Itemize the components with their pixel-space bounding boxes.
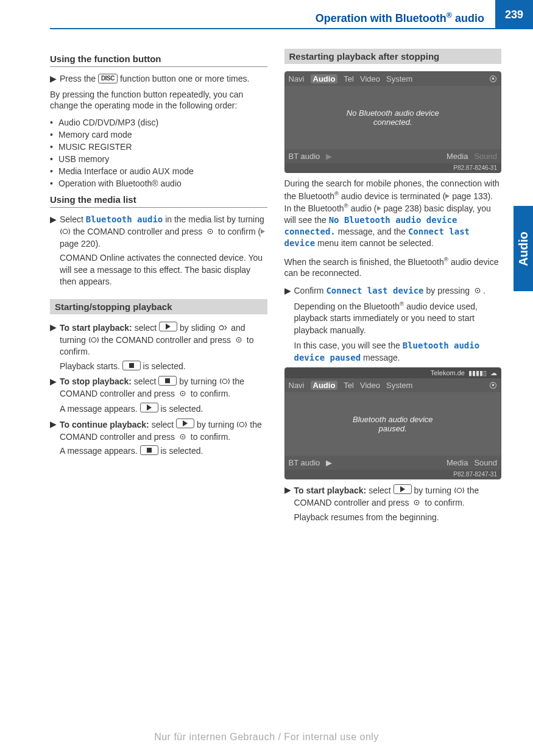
figure-id: P82.87-8246-31 bbox=[285, 163, 501, 172]
svg-point-3 bbox=[219, 326, 224, 330]
menu-connect-last: Connect last device bbox=[326, 286, 423, 295]
para-search-finished: When the search is finished, the Bluetoo… bbox=[284, 255, 502, 279]
slide-controller-icon bbox=[217, 324, 228, 331]
footer-watermark: Nur für internen Gebrauch / For internal… bbox=[0, 732, 533, 743]
page-number: 239 bbox=[495, 0, 533, 29]
page-ref-icon bbox=[377, 206, 381, 211]
figure-bt-paused: Telekom.de▮▮▮▮▯☁ Navi Audio Tel Video Sy… bbox=[284, 367, 502, 479]
play-icon bbox=[159, 322, 177, 331]
page-header: Operation with Bluetooth® audio 239 bbox=[0, 0, 533, 29]
section-restarting: Restarting playback after stopping bbox=[284, 49, 502, 64]
svg-point-15 bbox=[457, 489, 462, 493]
play-icon bbox=[176, 419, 194, 428]
section-start-stop: Starting/stopping playback bbox=[50, 299, 267, 314]
step-stop-playback: ▶ To stop playback: select by turning th… bbox=[50, 376, 267, 415]
svg-point-2 bbox=[210, 231, 211, 232]
header-title: Operation with Bluetooth® audio bbox=[316, 11, 484, 25]
svg-point-10 bbox=[240, 422, 245, 427]
press-controller-icon bbox=[177, 433, 188, 440]
turn-controller-icon bbox=[454, 487, 465, 494]
svg-point-7 bbox=[222, 380, 227, 384]
svg-point-4 bbox=[91, 337, 96, 342]
turn-controller-icon bbox=[219, 378, 230, 385]
page-ref-icon bbox=[445, 194, 450, 199]
subhead-function-button: Using the function button bbox=[50, 54, 267, 64]
step-start-playback: ▶ To start playback: select by sliding a… bbox=[50, 322, 267, 372]
press-controller-icon bbox=[411, 499, 422, 506]
play-icon bbox=[394, 484, 412, 494]
play-icon bbox=[140, 403, 158, 412]
mode-list: •Audio CD/DVD/MP3 (disc) •Memory card mo… bbox=[50, 118, 267, 188]
svg-point-12 bbox=[182, 436, 183, 437]
svg-point-6 bbox=[238, 339, 239, 340]
phone-icon: ☁ bbox=[490, 369, 497, 377]
side-tab-audio: Audio bbox=[514, 206, 533, 291]
stop-icon bbox=[158, 376, 177, 386]
step-start-playback-2: ▶ To start playback: select by turning t… bbox=[284, 484, 502, 523]
para-modes-intro: By pressing the function button repeated… bbox=[50, 89, 267, 112]
right-column: Restarting playback after stopping Navi … bbox=[284, 49, 502, 527]
press-controller-icon bbox=[205, 228, 216, 235]
page-ref-icon bbox=[261, 229, 265, 234]
subhead-media-list: Using the media list bbox=[50, 194, 267, 205]
press-controller-icon bbox=[177, 390, 188, 397]
svg-point-17 bbox=[416, 502, 417, 503]
turn-controller-icon bbox=[88, 336, 99, 344]
press-controller-icon bbox=[472, 287, 483, 294]
svg-point-14 bbox=[477, 290, 478, 291]
svg-point-0 bbox=[63, 229, 68, 234]
turn-controller-icon bbox=[236, 421, 247, 428]
menu-bluetooth-audio: Bluetooth audio bbox=[86, 214, 163, 224]
disc-button-icon: DISC bbox=[98, 74, 118, 83]
para-during-search: During the search for mobile phones, the… bbox=[284, 178, 502, 249]
step-confirm-connect-last: ▶ Confirm Connect last device by pressin… bbox=[284, 285, 502, 364]
left-column: Using the function button ▶ Press the DI… bbox=[50, 49, 267, 527]
stop-icon bbox=[122, 361, 141, 370]
figure-id: P82.87-8247-31 bbox=[285, 470, 501, 479]
step-select-bt-audio: ▶ Select Bluetooth audio in the media li… bbox=[50, 214, 267, 288]
turn-controller-icon bbox=[60, 228, 71, 235]
stop-icon bbox=[140, 445, 158, 455]
step-press-disc: ▶ Press the DISC function button one or … bbox=[50, 73, 267, 85]
header-rule bbox=[50, 28, 495, 29]
signal-icon: ▮▮▮▮▯ bbox=[468, 369, 487, 377]
svg-point-9 bbox=[182, 393, 183, 394]
press-controller-icon bbox=[233, 336, 244, 344]
figure-no-bt-connected: Navi Audio Tel Video System ⦿ No Bluetoo… bbox=[284, 71, 502, 173]
step-continue-playback: ▶ To continue playback: select by turnin… bbox=[50, 419, 267, 457]
